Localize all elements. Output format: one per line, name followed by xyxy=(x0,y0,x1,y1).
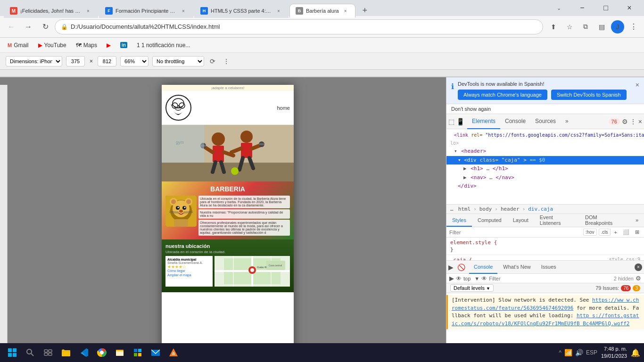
copy-style-icon[interactable]: ⬜ xyxy=(621,229,631,236)
console-tab-issues[interactable]: Issues xyxy=(537,261,561,274)
taskbar-files-icon[interactable] xyxy=(111,344,128,361)
taskbar-clock[interactable]: 7:48 p. m. 19/01/2023 xyxy=(601,346,627,360)
console-filter-input[interactable] xyxy=(489,276,612,281)
start-button[interactable] xyxy=(4,344,21,361)
tray-expand-icon[interactable]: ^ xyxy=(559,349,561,356)
bookmark-linkedin[interactable]: in xyxy=(116,41,131,49)
maximize-button[interactable]: □ xyxy=(595,0,617,16)
profile-button[interactable]: J xyxy=(611,20,624,33)
tab-formacion[interactable]: F Formación Principiante en Progr... × xyxy=(99,4,193,18)
tab-barberia[interactable]: B Barbería alura × xyxy=(289,4,355,18)
css-source-1[interactable]: style.css:9 xyxy=(609,257,640,260)
refresh-button[interactable]: ↻ xyxy=(38,19,53,34)
breadcrumb-header[interactable]: header xyxy=(499,206,521,213)
breadcrumb-body[interactable]: body xyxy=(478,206,494,213)
breadcrumb-divcaja[interactable]: div.caja xyxy=(526,206,555,213)
menu-icon[interactable]: ⋮ xyxy=(627,20,640,33)
breadcrumb-html[interactable]: html xyxy=(456,206,473,213)
devtools-close-icon[interactable]: × xyxy=(638,118,642,125)
favorite-icon[interactable]: ☆ xyxy=(563,20,576,33)
styles-tab-computed[interactable]: Computed xyxy=(472,214,507,227)
rotate-icon[interactable]: ⟳ xyxy=(208,57,217,66)
styles-tab-layout[interactable]: Layout xyxy=(507,214,534,227)
bookmark-yt2[interactable]: ▶ xyxy=(103,41,115,49)
console-tab-console[interactable]: Console xyxy=(469,261,497,274)
devtools-tab-console[interactable]: Console xyxy=(500,114,530,129)
device-select[interactable]: Dimensions: iPhone X xyxy=(6,56,62,66)
zoom-select[interactable]: 66% xyxy=(120,56,149,66)
tab-formacion-close[interactable]: × xyxy=(180,7,187,15)
bookmark-maps[interactable]: 🗺 Maps xyxy=(72,41,101,49)
device-toggle-icon[interactable]: 📱 xyxy=(456,118,464,125)
network-icon[interactable]: 📶 xyxy=(564,349,572,356)
console-run-icon[interactable]: ▶ xyxy=(448,263,454,271)
tab-html5-close[interactable]: × xyxy=(275,7,282,15)
height-input[interactable] xyxy=(98,56,116,66)
sidebar-toggle-icon[interactable]: ▤ xyxy=(595,20,608,33)
styles-tab-more[interactable]: » xyxy=(630,214,644,227)
devtools-tab-sources[interactable]: Sources xyxy=(530,114,561,129)
styles-tab-styles[interactable]: Styles xyxy=(446,214,472,227)
svg-rect-59 xyxy=(8,353,12,357)
html-line-divcaja[interactable]: ▾ <div class= "caja" > == $0 xyxy=(446,156,644,165)
preview-hero: gym xyxy=(162,125,294,181)
new-tab-button[interactable]: + xyxy=(358,4,372,17)
console-link-fonts[interactable]: http s://fonts.gstatic.com/s/roboto/v18/… xyxy=(452,313,639,327)
more-options-icon[interactable]: ⋮ xyxy=(221,57,231,66)
console-link-chromestatus[interactable]: https://ww w.chromestatus.com/feature/56… xyxy=(452,297,639,311)
map-link2[interactable]: Ampliar el mapa xyxy=(167,273,211,277)
taskbar-store-icon[interactable] xyxy=(129,344,146,361)
dont-show-again[interactable]: Don't show again xyxy=(446,104,644,114)
switch-spanish-button[interactable]: Switch DevTools to Spanish xyxy=(551,90,627,100)
computed-style-icon[interactable]: ⊞ xyxy=(633,229,641,236)
minimize-button[interactable]: − xyxy=(571,0,593,16)
taskbar-explorer-icon[interactable] xyxy=(58,344,74,361)
match-language-button[interactable]: Always match Chrome's language xyxy=(458,90,547,100)
forward-button[interactable]: → xyxy=(21,19,36,34)
extensions-icon[interactable]: ⧉ xyxy=(579,20,592,33)
styles-tab-dom[interactable]: DOM Breakpoints xyxy=(579,214,630,227)
back-button[interactable]: ← xyxy=(4,19,19,34)
close-button[interactable]: × xyxy=(619,0,640,16)
taskbar-taskview-button[interactable] xyxy=(40,344,57,361)
console-eye2-icon[interactable]: 👁 xyxy=(481,275,487,282)
address-input[interactable]: 🔒 D:/Usuario/Documents/alluta%20HTMLCSS/… xyxy=(55,19,543,34)
taskbar-avast-icon[interactable]: a xyxy=(165,344,182,361)
console-filter-run-icon[interactable]: ▶ xyxy=(449,275,454,282)
tab-gmail-close[interactable]: × xyxy=(84,7,92,15)
bookmark-notif[interactable]: 1 1 notificación nue... xyxy=(133,41,194,49)
devtools-tab-more[interactable]: » xyxy=(561,114,573,129)
taskbar-mail-icon[interactable] xyxy=(147,344,164,361)
share-icon[interactable]: ⬆ xyxy=(547,20,560,33)
console-eye-icon[interactable]: 👁 xyxy=(456,275,462,282)
devtools-tab-elements[interactable]: Elements xyxy=(467,114,500,129)
devtools-vertical-icon[interactable]: ⋮ xyxy=(630,118,636,125)
tab-gmail[interactable]: M ¡Felicidades, John! has completa... × xyxy=(4,4,98,18)
throttle-select[interactable]: No throttling xyxy=(152,56,204,66)
add-style-icon[interactable]: + xyxy=(612,229,619,236)
taskbar-search-button[interactable] xyxy=(22,344,39,361)
notification-center-icon[interactable]: 🔔 xyxy=(631,348,640,357)
cls-filter-button[interactable]: .cls xyxy=(599,229,611,236)
map-link[interactable]: Cómo llegar xyxy=(167,269,211,272)
devtools-settings-icon[interactable]: ⚙ xyxy=(622,118,628,125)
console-close-button[interactable]: × xyxy=(635,263,642,271)
tab-barberia-close[interactable]: × xyxy=(342,7,349,15)
volume-icon[interactable]: 🔊 xyxy=(575,349,583,356)
bookmark-youtube[interactable]: ▶ YouTube xyxy=(34,41,70,49)
inspect-element-icon[interactable]: ⬚ xyxy=(448,118,454,125)
css-filter-input[interactable] xyxy=(449,230,581,235)
styles-tab-events[interactable]: Event Listeners xyxy=(534,214,579,227)
console-prohibit-icon[interactable]: 🚫 xyxy=(457,263,465,271)
hov-pseudo-button[interactable]: :hov xyxy=(583,229,597,236)
console-settings-icon[interactable]: ⚙ xyxy=(636,275,641,282)
default-levels-btn[interactable]: Default levels ▼ xyxy=(450,284,494,292)
tab-html5[interactable]: H HTML5 y CSS3 parte 4: Avanzanc... × xyxy=(194,4,289,18)
taskbar-vscode-icon[interactable] xyxy=(75,344,92,361)
width-input[interactable] xyxy=(66,56,85,66)
bookmark-gmail[interactable]: M Gmail xyxy=(4,41,33,49)
taskbar-chrome-icon[interactable] xyxy=(93,344,110,361)
console-tab-whatsnew[interactable]: What's New xyxy=(498,261,535,274)
notification-close-button[interactable]: × xyxy=(636,81,639,89)
console-top-chevron[interactable]: ▼ xyxy=(474,276,479,281)
